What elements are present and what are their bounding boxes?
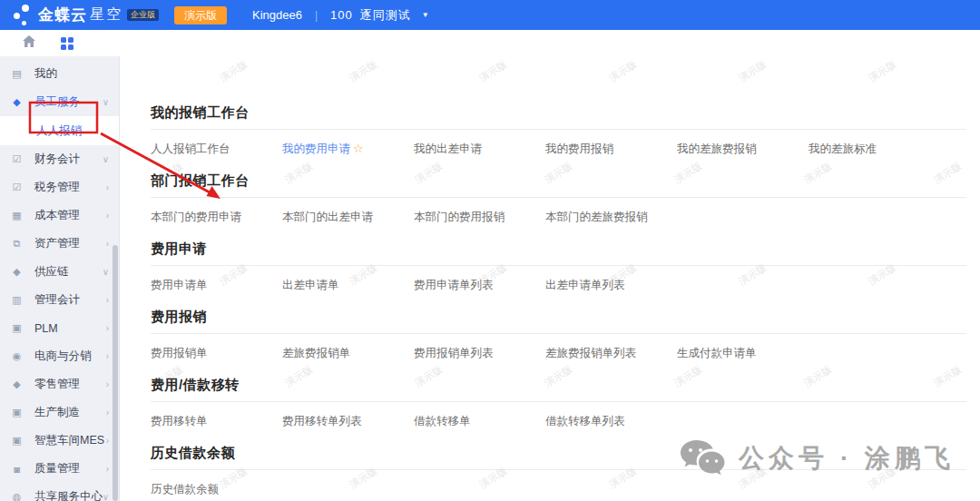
chevron-down-icon[interactable]: ▼ <box>422 11 429 19</box>
org-name[interactable]: 逐同测试 <box>360 7 411 24</box>
sidebar-item[interactable]: ▣ PLM › <box>0 314 119 342</box>
sidebar-item[interactable]: 人人报销 <box>0 116 119 145</box>
section-title: 费用/借款移转 <box>151 376 966 394</box>
sidebar-item[interactable]: ⧉ 资产管理 › <box>0 230 119 258</box>
layers-icon: ◆ <box>11 96 23 108</box>
shield-icon: ◙ <box>11 464 23 475</box>
sidebar-item[interactable]: ◙ 质量管理 › <box>0 455 119 483</box>
apps-grid-icon <box>61 37 74 50</box>
chevron-down-icon[interactable]: ∨ <box>103 154 109 164</box>
apps-tab[interactable] <box>54 30 80 56</box>
brand-name: 金蝶云 <box>38 5 87 25</box>
sidebar-item[interactable]: ▤ 我的 <box>0 60 119 88</box>
check-square-icon: ☑ <box>11 182 23 193</box>
top-bar: 金蝶云 星空 企业版 演示版 Kingdee6 | 100 逐同测试 ▼ <box>0 0 980 30</box>
sidebar-item[interactable]: ◆ 供应链 ∨ <box>0 258 119 286</box>
menu-link[interactable]: 费用移转单 <box>151 414 282 429</box>
menu-link-label: 我的差旅费报销 <box>677 142 757 155</box>
menu-link[interactable]: 本部门的出差申请 <box>282 210 414 225</box>
section-divider <box>151 197 966 198</box>
sidebar-item-label: 智慧车间MES <box>34 433 104 448</box>
home-tab[interactable] <box>16 34 42 52</box>
chevron-down-icon[interactable]: ∨ <box>103 267 109 277</box>
section-title: 历史借款余额 <box>151 444 966 462</box>
menu-link[interactable]: 历史借款余额 <box>151 482 282 497</box>
sidebar-item[interactable]: ◉ 电商与分销 › <box>0 342 119 370</box>
menu-link[interactable]: 差旅费报销单列表 <box>545 346 677 361</box>
sidebar-item-label: 供应链 <box>34 264 69 280</box>
menu-link[interactable]: 我的出差申请 <box>414 142 545 157</box>
menu-link-label: 本部门的差旅费报销 <box>545 211 648 223</box>
menu-link[interactable]: 费用报销单列表 <box>414 346 545 361</box>
sidebar-scrollbar[interactable] <box>113 245 118 501</box>
menu-link-label: 费用报销单 <box>151 347 208 359</box>
menu-link[interactable]: 我的费用申请☆ <box>282 142 414 157</box>
chevron-right-icon[interactable]: › <box>106 408 109 418</box>
menu-link-label: 借款转移单 <box>414 415 471 427</box>
menu-link[interactable]: 生成付款申请单 <box>677 346 808 361</box>
menu-link-label: 出差申请单列表 <box>545 279 625 291</box>
chevron-right-icon[interactable]: › <box>106 182 109 192</box>
sidebar-item[interactable]: ◆ 员工服务 ∨ <box>0 88 119 116</box>
menu-link[interactable]: 出差申请单列表 <box>545 278 677 293</box>
menu-link[interactable]: 费用申请单列表 <box>414 278 545 293</box>
menu-link[interactable]: 本部门的差旅费报销 <box>545 210 677 225</box>
menu-link[interactable]: 差旅费报销单 <box>282 346 414 361</box>
sidebar-item[interactable]: ▣ 智慧车间MES › <box>0 427 119 455</box>
menu-link[interactable]: 人人报销工作台 <box>151 142 282 157</box>
section-divider <box>151 129 966 130</box>
sidebar: ▤ 我的 ◆ 员工服务 ∨ 人人报销 ☑ 财务会计 ∨ ☑ 税务管理 › ▦ 成… <box>0 56 120 501</box>
chevron-right-icon[interactable]: › <box>106 323 109 333</box>
chevron-right-icon[interactable]: › <box>106 379 109 389</box>
menu-link[interactable]: 费用移转单列表 <box>282 414 414 429</box>
section-title: 部门报销工作台 <box>151 172 966 190</box>
menu-link-label: 我的费用申请 <box>282 142 350 155</box>
copy-icon: ⧉ <box>11 238 23 250</box>
menu-link[interactable]: 本部门的费用报销 <box>414 210 545 225</box>
menu-link[interactable]: 出差申请单 <box>282 278 414 293</box>
section-title: 费用申请 <box>151 240 966 258</box>
chevron-down-icon[interactable]: ∨ <box>103 97 109 107</box>
menu-link[interactable]: 费用申请单 <box>151 278 282 293</box>
menu-link[interactable]: 我的差旅费报销 <box>677 142 808 157</box>
section-divider <box>151 401 966 402</box>
chevron-right-icon[interactable]: › <box>106 351 109 361</box>
menu-link-label: 我的出差申请 <box>414 142 482 155</box>
account-name[interactable]: Kingdee6 <box>252 8 302 22</box>
chevron-down-icon[interactable]: ∨ <box>103 492 109 501</box>
menu-link[interactable]: 我的费用报销 <box>545 142 677 157</box>
menu-section: 部门报销工作台 本部门的费用申请 本部门的出差申请 本部门的费用报销 本部门的差… <box>151 172 966 225</box>
sidebar-item[interactable]: ▣ 生产制造 › <box>0 398 119 427</box>
layers-icon: ◆ <box>11 378 23 390</box>
sidebar-item[interactable]: ◆ 零售管理 › <box>0 370 119 398</box>
org-code: 100 <box>330 8 353 22</box>
sidebar-item[interactable]: ▥ 管理会计 › <box>0 286 119 314</box>
sidebar-item[interactable]: ▦ 成本管理 › <box>0 201 119 230</box>
chevron-right-icon[interactable]: › <box>106 295 109 305</box>
menu-link[interactable]: 借款转移单列表 <box>545 414 677 429</box>
menu-link-label: 费用申请单列表 <box>414 279 494 291</box>
sidebar-item[interactable]: ◍ 共享服务中心 ∨ <box>0 483 119 501</box>
menu-section: 费用/借款移转 费用移转单 费用移转单列表 借款转移单 借款转移单列表 <box>151 376 966 429</box>
demo-version-badge: 演示版 <box>174 6 227 25</box>
menu-link-label: 本部门的出差申请 <box>282 211 373 223</box>
grid-icon: ▦ <box>11 210 23 221</box>
chevron-right-icon[interactable]: › <box>106 239 109 249</box>
menu-link[interactable]: 本部门的费用申请 <box>151 210 282 225</box>
chevron-right-icon[interactable]: › <box>106 464 109 474</box>
favorite-star-icon[interactable]: ☆ <box>353 142 364 155</box>
separator: | <box>315 9 318 22</box>
sidebar-item-label: 我的 <box>34 66 57 82</box>
sidebar-item[interactable]: ☑ 财务会计 ∨ <box>0 145 119 173</box>
sidebar-item[interactable]: ☑ 税务管理 › <box>0 173 119 201</box>
menu-link[interactable]: 费用报销单 <box>151 346 282 361</box>
section-divider <box>151 469 966 470</box>
menu-link-label: 费用移转单列表 <box>282 415 362 427</box>
menu-link[interactable]: 我的差旅标准 <box>808 142 940 157</box>
chevron-right-icon[interactable]: › <box>106 436 109 446</box>
section-links-row: 人人报销工作台 我的费用申请☆ 我的出差申请 我的费用报销 我的差旅费报销 我的… <box>151 142 966 157</box>
share-icon: ◉ <box>11 350 23 362</box>
chevron-right-icon[interactable]: › <box>106 211 109 221</box>
menu-link[interactable]: 借款转移单 <box>414 414 545 429</box>
menu-section: 我的报销工作台 人人报销工作台 我的费用申请☆ 我的出差申请 我的费用报销 我的… <box>151 103 966 157</box>
